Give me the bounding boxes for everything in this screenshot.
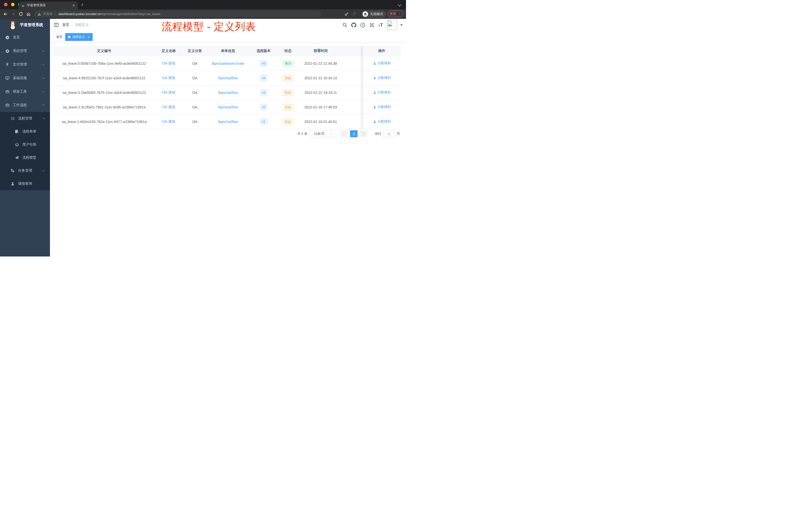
browser-menu-icon[interactable]: ⋮	[398, 12, 401, 16]
form-link[interactable]: /bpm/oa/flow	[218, 120, 238, 124]
address-bar[interactable]: 不安全 dashboard.yudao.iocoder.cn/bpm/manag…	[34, 10, 321, 17]
sidebar-item-briefcase[interactable]: 工作流程	[0, 98, 50, 112]
sidebar-item-user[interactable]: 请假查询	[0, 177, 50, 190]
browser-tab[interactable]: 芋道管理系统 ✕	[19, 1, 78, 9]
back-icon[interactable]	[3, 12, 8, 16]
new-tab-button[interactable]: +	[81, 2, 84, 8]
search-icon[interactable]	[343, 23, 347, 27]
fullscreen-icon[interactable]	[369, 23, 374, 28]
password-key-icon[interactable]	[345, 12, 349, 16]
browser-toolbar: 不安全 dashboard.yudao.iocoder.cn/bpm/manag…	[0, 9, 406, 19]
form-link[interactable]: /bpm/oa/flow	[218, 76, 238, 80]
definition-id: oa_leave:5:004b710b-7b8a-11ec-8ef0-acde4…	[53, 56, 156, 71]
assign-rule-link[interactable]: 分配规则	[373, 119, 391, 124]
breadcrumb: 首页/流程定义	[62, 23, 89, 27]
logo-rabbit-avatar	[8, 21, 17, 29]
incognito-icon	[362, 11, 368, 17]
reload-icon[interactable]	[19, 12, 23, 16]
op-cell: 分配规则	[363, 85, 401, 100]
tag-home-label: 首页	[56, 35, 62, 39]
table-row: oa_leave:4:991f2193-7b7f-11ec-a3c8-acde4…	[53, 71, 401, 85]
tag-active-dot	[68, 36, 70, 38]
goto-page-input[interactable]	[383, 130, 395, 137]
avatar-caret-icon[interactable]	[400, 24, 403, 26]
hamburger-icon[interactable]	[54, 23, 59, 27]
definition-name-link[interactable]: OA 请假	[162, 90, 175, 94]
sidebar-item-dashboard[interactable]: 首页	[0, 31, 50, 44]
page-1-button[interactable]: 1	[350, 130, 357, 137]
form-link-cell: /bpm/oa/flow	[208, 71, 248, 85]
assign-rule-link[interactable]: 分配规则	[373, 105, 391, 109]
prev-page-button[interactable]	[341, 130, 348, 137]
form-icon	[14, 129, 19, 133]
tab-search-chevron-icon[interactable]	[398, 3, 402, 7]
tag-close-icon[interactable]: ✕	[87, 35, 90, 39]
tag-current[interactable]: 流程定义 ✕	[65, 33, 93, 41]
sidebar-item-label: 研发工具	[13, 89, 27, 94]
assign-rule-link[interactable]: 分配规则	[373, 90, 391, 95]
definition-name-link[interactable]: OA 请假	[162, 105, 175, 109]
chevron-down-icon	[42, 169, 45, 172]
breadcrumb-home[interactable]: 首页	[62, 23, 69, 27]
version-tag: v4	[260, 75, 267, 81]
annotation-title: 流程模型 - 定义列表	[162, 20, 256, 34]
status-badge: 挂起	[282, 118, 294, 125]
definition-name-link[interactable]: OA 请假	[162, 76, 175, 80]
status-badge-cell: 挂起	[279, 100, 297, 115]
tab-title: 芋道管理系统	[27, 3, 72, 7]
definition-name-link[interactable]: OA 请假	[162, 61, 175, 65]
tag-current-label: 流程定义	[72, 35, 85, 39]
security-label[interactable]: 不安全	[43, 12, 53, 16]
window-minimize-button[interactable]	[11, 3, 14, 6]
sidebar-item-list[interactable]: 流程管理	[0, 112, 50, 125]
browser-tabstrip: 芋道管理系统 ✕ +	[0, 0, 406, 9]
url-path: /bpm/manager/definition?key=oa_leave	[101, 12, 161, 16]
sidebar-item-label: 基础设施	[13, 76, 27, 80]
chevron-up-icon	[42, 117, 45, 120]
sidebar-item-form[interactable]: 流程表单	[0, 125, 50, 138]
definition-name-link[interactable]: OA 请假	[162, 119, 175, 123]
user-avatar[interactable]	[387, 20, 397, 30]
bookmark-star-icon[interactable]: ☆	[352, 11, 356, 16]
home-icon[interactable]	[26, 12, 31, 16]
tag-home[interactable]: 首页	[54, 33, 65, 41]
window-close-button[interactable]	[4, 3, 7, 6]
chrome-update-button[interactable]: 更新 ⋮	[388, 10, 403, 17]
sidebar: 芋道管理系统 首页系统管理¥支付管理基础设施研发工具工作流程流程管理流程表单用户…	[0, 19, 50, 256]
page-size-select[interactable]: 10条/页	[310, 130, 335, 137]
forward-icon[interactable]	[11, 12, 16, 16]
sidebar-item-toolbox[interactable]: 研发工具	[0, 85, 50, 98]
sidebar-logo[interactable]: 芋道管理系统	[0, 19, 50, 31]
person-icon	[373, 76, 376, 80]
github-icon[interactable]	[351, 23, 356, 28]
definition-name-link-cell: OA 请假	[156, 71, 182, 85]
warning-icon	[37, 12, 41, 16]
favicon-plant-icon	[21, 4, 25, 7]
assign-rule-link[interactable]: 分配规则	[373, 76, 391, 80]
op-cell: 分配规则	[363, 56, 401, 71]
form-link[interactable]: /bpm/oa/leave/create	[212, 61, 244, 65]
sidebar-item-send[interactable]: 流程模型	[0, 151, 50, 164]
font-size-icon[interactable]: TT	[378, 23, 383, 27]
sidebar-item-robot[interactable]: 用户分组	[0, 138, 50, 151]
definition-name-link-cell: OA 请假	[156, 85, 182, 100]
definition-id: oa_leave:4:991f2193-7b7f-11ec-a3c8-acde4…	[53, 71, 156, 85]
sidebar-item-label: 用户分组	[22, 142, 36, 147]
column-header: 定义编号	[53, 46, 156, 56]
chevron-up-icon	[42, 104, 45, 107]
sidebar-item-tree[interactable]: 任务管理	[0, 164, 50, 177]
assign-rule-link[interactable]: 分配规则	[373, 61, 391, 65]
help-question-icon[interactable]: ?	[360, 23, 365, 28]
next-page-button[interactable]	[360, 130, 367, 137]
sidebar-item-label: 请假查询	[18, 181, 32, 186]
definition-name-link-cell: OA 请假	[156, 115, 182, 129]
sidebar-item-monitor[interactable]: 基础设施	[0, 71, 50, 85]
definition-category: OA	[182, 56, 208, 71]
form-link[interactable]: /bpm/oa/flow	[218, 105, 238, 109]
form-link[interactable]: /bpm/oa/flow	[218, 91, 238, 95]
sidebar-item-yen[interactable]: ¥支付管理	[0, 58, 50, 71]
sidebar-item-gear[interactable]: 系统管理	[0, 44, 50, 58]
tab-close-icon[interactable]: ✕	[72, 3, 75, 7]
version-tag: v2	[260, 104, 267, 111]
deploy-time: 2022-01-22 19:19:11	[297, 85, 345, 100]
